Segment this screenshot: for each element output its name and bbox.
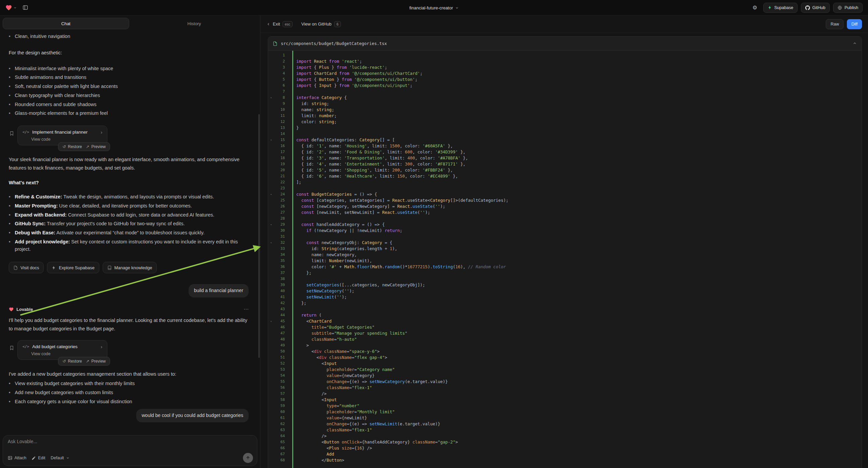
fold-chevron-icon bbox=[268, 385, 274, 391]
supabase-label: Supabase bbox=[774, 5, 793, 10]
supabase-button[interactable]: Supabase bbox=[763, 3, 798, 13]
code-line: 7 bbox=[268, 89, 862, 95]
preview-button[interactable]: ↗Preview bbox=[86, 359, 106, 363]
toggle-sidebar-button[interactable] bbox=[20, 3, 30, 13]
code-line: 6import { Input } from '@/components/ui/… bbox=[268, 83, 862, 89]
fold-chevron-icon[interactable]: ▾ bbox=[268, 95, 274, 101]
line-number: 11 bbox=[274, 113, 289, 119]
project-name-dropdown[interactable]: financial-future-creator bbox=[409, 5, 459, 10]
fold-chevron-icon bbox=[268, 215, 274, 222]
bullet-dot: • bbox=[9, 110, 15, 117]
fold-chevron-icon bbox=[268, 143, 274, 149]
send-button[interactable] bbox=[243, 453, 253, 463]
fold-chevron-icon[interactable]: ▾ bbox=[268, 318, 274, 324]
list-item: •Refine & Customize: Tweak the design, a… bbox=[9, 194, 249, 201]
line-number: 31 bbox=[274, 234, 289, 240]
bullet-dot: • bbox=[9, 33, 15, 40]
restore-button[interactable]: ↺Restore bbox=[62, 144, 82, 149]
line-number: 19 bbox=[274, 161, 289, 167]
view-on-github-link[interactable]: View on GitHub 6 bbox=[301, 21, 341, 27]
code-line: 67 Add bbox=[268, 451, 862, 457]
code-line: ▾29 const handleAddCategory = () => { bbox=[268, 222, 862, 228]
fold-chevron-icon bbox=[268, 173, 274, 179]
line-number: 14 bbox=[274, 131, 289, 137]
github-button[interactable]: GitHub bbox=[801, 3, 830, 13]
ellipsis-icon: ⋯ bbox=[244, 306, 249, 312]
fold-chevron-icon[interactable]: ▾ bbox=[268, 222, 274, 228]
bookmark-icon[interactable] bbox=[9, 131, 15, 136]
next-steps-list: •Refine & Customize: Tweak the design, a… bbox=[9, 192, 249, 255]
fold-chevron-icon[interactable]: ▾ bbox=[268, 192, 274, 197]
line-number: 43 bbox=[274, 306, 289, 312]
preview-button[interactable]: ↗Preview bbox=[86, 144, 106, 149]
edit-button[interactable]: Edit bbox=[32, 456, 45, 460]
list-item: •Each category gets a unique color for v… bbox=[9, 398, 249, 406]
fold-chevron-icon bbox=[268, 391, 274, 397]
prompt-input[interactable] bbox=[8, 439, 253, 453]
code-text: value={newCategory} bbox=[289, 373, 374, 379]
mode-selector[interactable]: Default bbox=[51, 456, 69, 460]
fold-chevron-icon bbox=[268, 457, 274, 463]
line-number: 9 bbox=[274, 101, 289, 107]
attach-button[interactable]: Attach bbox=[8, 456, 26, 460]
code-editor-area[interactable]: 12import React from 'react';3import { Pl… bbox=[268, 51, 862, 468]
bullet-dot: • bbox=[9, 74, 15, 81]
line-number: 27 bbox=[274, 209, 289, 215]
list-item: •Add new budget categories with custom l… bbox=[9, 389, 249, 397]
manage-knowledge-button[interactable]: Manage knowledge bbox=[103, 262, 157, 273]
code-text: /> bbox=[289, 433, 327, 439]
fold-chevron-icon[interactable]: ▾ bbox=[268, 240, 274, 246]
code-line: 63 className="flex-1" bbox=[268, 427, 862, 433]
assistant-response-intro: I'll help you add budget categories to t… bbox=[9, 316, 249, 333]
view-code-link[interactable]: View code bbox=[31, 351, 50, 356]
code-line: 27 const [newLimit, setNewLimit] = React… bbox=[268, 209, 862, 215]
line-number: 52 bbox=[274, 360, 289, 367]
diff-toggle-button[interactable]: Diff bbox=[847, 19, 862, 29]
fold-chevron-icon[interactable]: ▾ bbox=[268, 137, 274, 143]
lovable-heart-icon bbox=[9, 307, 14, 312]
restore-button[interactable]: ↺Restore bbox=[62, 359, 82, 363]
settings-button[interactable]: ⚙ bbox=[750, 3, 760, 13]
view-code-link[interactable]: View code bbox=[31, 137, 50, 142]
raw-toggle-button[interactable]: Raw bbox=[826, 19, 843, 29]
line-number: 39 bbox=[274, 282, 289, 288]
line-number: 8 bbox=[274, 95, 289, 101]
supabase-icon bbox=[768, 5, 772, 10]
visit-docs-button[interactable]: Visit docs bbox=[9, 262, 43, 273]
chat-scroll-area[interactable]: •Clean, intuitive navigation For the des… bbox=[0, 32, 260, 434]
code-line: 10 name: string; bbox=[268, 107, 862, 113]
tab-chat[interactable]: Chat bbox=[3, 18, 129, 29]
line-number: 6 bbox=[274, 83, 289, 89]
globe-icon bbox=[837, 5, 842, 10]
exit-button[interactable]: Exit esc bbox=[267, 21, 292, 27]
line-number: 57 bbox=[274, 391, 289, 397]
explore-supabase-button[interactable]: Explore Supabase bbox=[47, 262, 99, 273]
fold-chevron-icon bbox=[268, 349, 274, 354]
tab-history[interactable]: History bbox=[131, 18, 258, 29]
fold-chevron-icon bbox=[268, 258, 274, 264]
fold-chevron-icon bbox=[268, 119, 274, 125]
fold-chevron-icon bbox=[268, 107, 274, 113]
chat-scrollbar-thumb[interactable] bbox=[258, 114, 260, 358]
code-line: ▾24const BudgetCategories = () => { bbox=[268, 192, 862, 197]
code-text: className="flex-1" bbox=[289, 385, 372, 391]
fold-chevron-icon bbox=[268, 397, 274, 403]
list-item: •Subtle animations and transitions bbox=[9, 74, 249, 81]
code-line: 23 bbox=[268, 185, 862, 192]
code-text: <ChartCard bbox=[289, 318, 332, 324]
code-text: name: newCategory, bbox=[289, 252, 357, 258]
code-line: 30 if (!newCategory || !newLimit) return… bbox=[268, 228, 862, 234]
message-options-button[interactable]: ⋯ bbox=[244, 306, 249, 312]
code-text: const defaultCategories: Category[] = [ bbox=[289, 137, 395, 143]
code-line: 20 { id: '5', name: 'Shopping', limit: 2… bbox=[268, 167, 862, 173]
workspace-menu-button[interactable] bbox=[5, 4, 17, 11]
fold-chevron-icon bbox=[268, 179, 274, 185]
chevron-right-icon: › bbox=[95, 129, 102, 135]
code-text: </Button> bbox=[289, 457, 344, 463]
code-line: 42 }; bbox=[268, 300, 862, 306]
line-number: 30 bbox=[274, 228, 289, 234]
assistant-response-outro: I've added a new budget categories manag… bbox=[9, 370, 249, 378]
bookmark-icon[interactable] bbox=[9, 346, 15, 351]
collapse-file-button[interactable] bbox=[852, 41, 857, 46]
publish-button[interactable]: Publish bbox=[833, 3, 863, 13]
